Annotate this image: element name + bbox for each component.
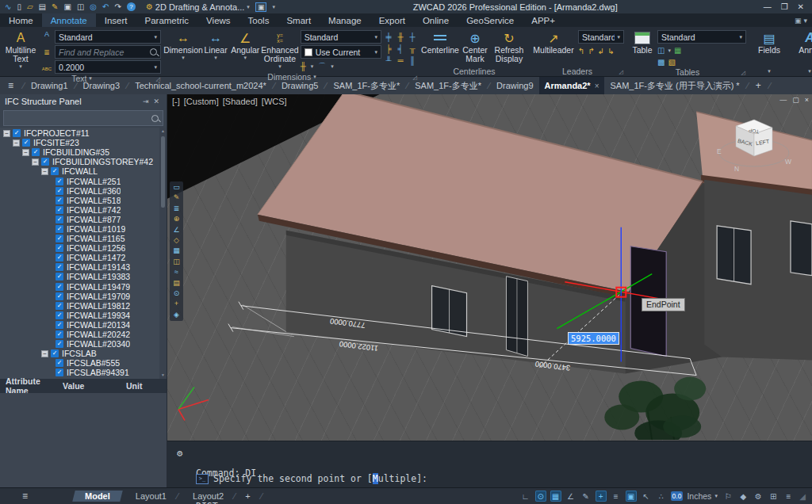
tree-item[interactable]: ✓IFCWALL#518	[0, 196, 167, 205]
checkbox-checked-icon[interactable]: ✓	[56, 302, 63, 310]
dynamic-input-icon[interactable]: +	[596, 491, 607, 502]
table-insert-icon[interactable]: ▦	[674, 46, 681, 55]
annotation-button[interactable]: A Ann...	[792, 29, 812, 66]
tree-item[interactable]: ✓IFCWALL#19934	[0, 311, 167, 320]
group-footer-leaders[interactable]: Leaders ◿	[530, 66, 624, 76]
checkbox-checked-icon[interactable]: ✓	[56, 311, 63, 319]
tab-insert[interactable]: Insert	[96, 13, 136, 27]
settings-gear-icon[interactable]: ⚙	[753, 491, 764, 502]
tree-item[interactable]: −✓IFCBUILDINGSTOREY#42	[0, 157, 167, 166]
side-tool-icon[interactable]: ▭	[173, 184, 180, 191]
command-line-panel[interactable]: ⚙ Command: DI DIST Specify the first poi…	[167, 441, 812, 487]
spell-check-icon[interactable]: ABC	[42, 67, 52, 71]
checkbox-checked-icon[interactable]: ✓	[56, 368, 63, 376]
multiline-text-button[interactable]: A Multiline Text ▾	[2, 29, 39, 74]
dim-tool-icon[interactable]: ║	[407, 55, 418, 66]
checkbox-checked-icon[interactable]: ✓	[51, 167, 59, 175]
text-scale-select[interactable]: 0.2000 ▾	[55, 60, 161, 74]
units-select[interactable]: Inches ▼	[687, 491, 718, 501]
tab-export[interactable]: Export	[370, 13, 414, 27]
annotation-monitor-icon[interactable]: ⚐	[722, 491, 733, 502]
checkbox-checked-icon[interactable]: ✓	[56, 273, 63, 281]
close-panel-icon[interactable]: ✕	[151, 97, 162, 105]
leader-style-select[interactable]: Standard ▾	[578, 30, 624, 44]
side-tool-icon[interactable]: ▤	[173, 280, 180, 287]
workspace-switcher[interactable]: ⚙ 2D Drafting & Annota... ▾	[146, 0, 250, 13]
checkbox-checked-icon[interactable]: ✓	[56, 292, 63, 300]
checkbox-checked-icon[interactable]: ✓	[32, 148, 40, 156]
tree-item[interactable]: ✓IFCWALL#20340	[0, 339, 167, 349]
angular-button[interactable]: ∠ Angular ▾	[231, 29, 259, 72]
tree-item[interactable]: ✓IFCWALL#19383	[0, 272, 167, 281]
collapse-icon[interactable]: −	[41, 350, 48, 357]
side-tool-icon[interactable]: ◫	[173, 258, 180, 265]
viewport-menu-control[interactable]: [-]	[172, 97, 180, 106]
side-tool-icon[interactable]: ⊙	[174, 290, 180, 297]
command-input-row[interactable]: >_ Specify the second point or [Multiple…	[196, 473, 427, 484]
side-tool-icon[interactable]: ⊕	[174, 216, 180, 223]
checkbox-checked-icon[interactable]: ✓	[56, 283, 63, 291]
table-style-select[interactable]: Standard ▾	[657, 30, 746, 44]
multileader-button[interactable]: ↗ Multileader	[530, 29, 576, 66]
tab-tools[interactable]: Tools	[239, 13, 278, 27]
checkbox-checked-icon[interactable]: ✓	[41, 158, 49, 166]
new-file-icon[interactable]: ▯	[17, 0, 21, 13]
tree-plant[interactable]	[604, 377, 706, 441]
tab-views[interactable]: Views	[197, 13, 239, 27]
checkbox-checked-icon[interactable]: ✓	[56, 263, 63, 271]
tree-item[interactable]: ✓IFCWALL#251	[0, 176, 167, 185]
tree-item[interactable]: ✓IFCWALL#1019	[0, 224, 167, 234]
checkbox-checked-icon[interactable]: ✓	[56, 254, 63, 262]
open-file-icon[interactable]: ▱	[27, 0, 33, 13]
checkbox-checked-icon[interactable]: ✓	[13, 129, 21, 137]
tab-online[interactable]: Online	[414, 13, 458, 27]
dimension-button[interactable]: ↔ Dimension ▾	[166, 29, 201, 72]
resize-grip[interactable]: ◢	[799, 492, 806, 501]
tree-item[interactable]: ✓IFCWALL#1165	[0, 234, 167, 243]
checkbox-checked-icon[interactable]: ✓	[56, 178, 63, 185]
checkbox-checked-icon[interactable]: ✓	[56, 187, 63, 195]
table-export-icon[interactable]: ◫	[657, 46, 665, 55]
doc-restore-icon[interactable]: ▢	[792, 96, 799, 104]
doc-minimize-icon[interactable]: —	[779, 96, 787, 104]
table-button[interactable]: Table	[629, 29, 656, 67]
table-cell-icon[interactable]: ▩	[657, 58, 665, 67]
collapse-icon[interactable]: −	[13, 139, 20, 147]
object-snap-icon[interactable]: ▦	[550, 491, 561, 502]
dim-tool-icon[interactable]: ┼	[407, 31, 418, 42]
dialog-launcher-icon[interactable]: ◿	[413, 74, 417, 81]
status-menu-icon[interactable]: ≡	[783, 491, 794, 502]
group-footer-fields[interactable]: ▾	[751, 66, 787, 76]
group-footer-dimensions[interactable]: Dimensions ▾ ◿	[166, 72, 418, 82]
center-mark-button[interactable]: ⊕ Center Mark	[459, 29, 491, 66]
tree-item[interactable]: ✓IFCWALL#19479	[0, 282, 167, 292]
collapse-icon[interactable]: −	[32, 158, 39, 166]
copy-icon[interactable]: ▣	[63, 0, 71, 13]
annotation-scale-icon[interactable]: ∴	[656, 491, 667, 502]
collect-leader-icon[interactable]: ↳	[607, 47, 614, 55]
tree-item[interactable]: ✓IFCWALL#1256	[0, 243, 167, 253]
dialog-launcher-icon[interactable]: ◿	[156, 76, 160, 82]
tab-smart[interactable]: Smart	[278, 13, 320, 27]
ucs-control[interactable]: [WCS]	[262, 97, 287, 106]
tree-item[interactable]: ✓IFCWALL#20242	[0, 330, 167, 339]
side-tool-icon[interactable]: ≣	[174, 205, 180, 212]
tree-item[interactable]: ✓IFCWALL#742	[0, 205, 167, 215]
table-edit-icon[interactable]: ▧	[668, 58, 675, 67]
preview-icon[interactable]: ◎	[90, 0, 97, 13]
dim-tool-icon[interactable]: ═	[395, 55, 406, 66]
scroll-up-icon[interactable]: ▲	[161, 128, 165, 135]
fullscreen-icon[interactable]: ⊞	[768, 491, 779, 502]
wing-window-far[interactable]	[791, 221, 812, 276]
checkbox-checked-icon[interactable]: ✓	[56, 197, 63, 204]
checkbox-checked-icon[interactable]: ✓	[56, 340, 63, 348]
doc-close-icon[interactable]: ×	[805, 96, 809, 104]
collapse-icon[interactable]: −	[3, 130, 10, 137]
checkbox-checked-icon[interactable]: ✓	[56, 244, 63, 252]
view-cube[interactable]: TOP BACK LEFT E N W	[710, 112, 798, 182]
drawing-viewport[interactable]: [-] [Custom] [Shaded] [WCS] — ▢ ×	[167, 94, 812, 441]
tree-item[interactable]: ✓IFCWALL#360	[0, 186, 167, 196]
tree-item[interactable]: −✓IFCWALL	[0, 166, 167, 176]
add-leader-icon[interactable]: ↰	[578, 47, 584, 55]
save-icon[interactable]: ▤	[39, 0, 46, 13]
